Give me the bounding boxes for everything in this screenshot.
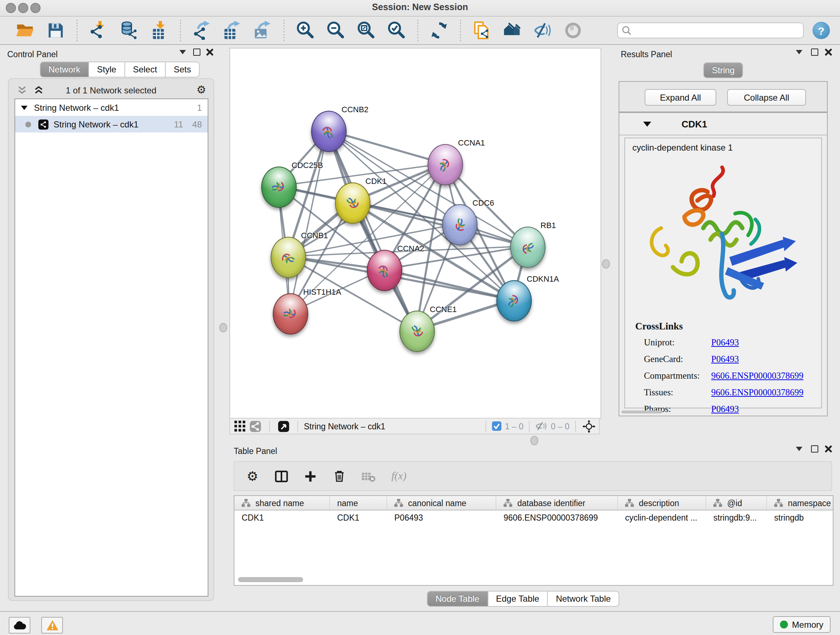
table-row[interactable]: CDK1CDK1P064939606.ENSP00000378699cyclin… xyxy=(234,510,833,525)
cloud-button[interactable] xyxy=(9,617,30,633)
birdseye-view-icon[interactable] xyxy=(277,418,290,434)
tab-string[interactable]: String xyxy=(703,62,744,78)
import-network-from-file-button[interactable] xyxy=(87,19,110,42)
crosslinks-heading: CrossLinks xyxy=(635,321,821,333)
save-session-button[interactable] xyxy=(44,19,67,42)
control-panel: Control Panel NetworkStyleSelectSets 1 o… xyxy=(4,46,214,611)
table-panel-float-icon[interactable] xyxy=(811,445,818,453)
open-session-button[interactable] xyxy=(14,19,37,42)
column-header-canonical-name[interactable]: canonical name xyxy=(387,496,496,510)
results-panel-menu-icon[interactable] xyxy=(796,49,802,54)
control-panel-close-icon[interactable] xyxy=(206,49,213,56)
tab-select[interactable]: Select xyxy=(125,62,166,78)
hidden-eye-slash-icon[interactable] xyxy=(536,421,547,431)
column-header-description[interactable]: description xyxy=(618,496,706,510)
crosslink-value-link[interactable]: 9606.ENSP00000378699 xyxy=(711,371,804,382)
results-panel-close-icon[interactable] xyxy=(825,49,832,56)
horizontal-splitter-handle[interactable] xyxy=(531,436,538,445)
crosslink-value-link[interactable]: P06493 xyxy=(711,354,739,365)
crosslink-value-link[interactable]: P06493 xyxy=(711,404,739,415)
tab-style[interactable]: Style xyxy=(89,62,125,78)
network-node-cdc25b[interactable] xyxy=(261,166,296,207)
zoom-fit-button[interactable] xyxy=(355,19,378,42)
select-columns-icon[interactable] xyxy=(273,468,289,484)
network-node-ccnb1[interactable] xyxy=(270,236,306,278)
control-panel-menu-icon[interactable] xyxy=(180,49,186,54)
zoom-selected-button[interactable] xyxy=(385,19,408,42)
collapse-card-triangle-icon[interactable] xyxy=(643,121,651,127)
network-node-hist1h1a[interactable] xyxy=(272,293,308,334)
refresh-icon xyxy=(430,21,448,40)
right-splitter-handle[interactable] xyxy=(602,259,610,269)
table-panel-menu-icon[interactable] xyxy=(796,446,802,451)
expand-all-button[interactable]: Expand All xyxy=(645,89,716,106)
memory-button[interactable]: Memory xyxy=(772,616,831,633)
show-hidden-button[interactable] xyxy=(561,19,584,42)
protein-card-header[interactable]: CDK1 xyxy=(619,113,827,135)
selected-checkbox-icon[interactable] xyxy=(492,421,501,431)
help-button[interactable]: ? xyxy=(813,22,830,39)
network-node-cdk1[interactable] xyxy=(335,182,370,223)
card-scrollbar[interactable] xyxy=(622,410,662,413)
tab-edge-table[interactable]: Edge Table xyxy=(488,591,548,607)
zoom-in-button[interactable] xyxy=(294,19,317,42)
column-header-name[interactable]: name xyxy=(330,496,387,510)
column-header-shared-name[interactable]: shared name xyxy=(234,496,330,510)
network-canvas[interactable]: CCNB2 CCNA1 CDC25B CDK1 CDC6 RB1 xyxy=(229,48,601,419)
network-node-ccnb2[interactable] xyxy=(311,111,346,152)
tab-network[interactable]: Network xyxy=(40,62,89,78)
network-node-cdc6[interactable] xyxy=(442,204,477,245)
network-node-ccna1[interactable] xyxy=(427,144,463,185)
crosslink-value-link[interactable]: P06493 xyxy=(711,337,739,348)
control-panel-float-icon[interactable] xyxy=(193,49,201,56)
table-panel-close-icon[interactable] xyxy=(825,445,832,453)
import-database-icon xyxy=(119,21,138,40)
network-node-ccna2[interactable] xyxy=(366,249,402,291)
clone-network-button[interactable] xyxy=(470,19,493,42)
fit-selected-crosshair-icon[interactable] xyxy=(582,418,596,434)
network-overview-button[interactable] xyxy=(501,19,524,42)
hide-selected-button[interactable] xyxy=(531,19,554,42)
export-network-button[interactable] xyxy=(190,19,213,42)
zoom-out-button[interactable] xyxy=(324,19,347,42)
crosslink-row: Uniprot:P06493 xyxy=(644,334,821,351)
protein-thumbnail-icon xyxy=(317,120,339,142)
network-node-ccne1[interactable] xyxy=(399,310,434,352)
tab-sets[interactable]: Sets xyxy=(166,62,200,78)
column-header-namespace[interactable]: namespace xyxy=(767,496,834,510)
network-options-gear-icon[interactable]: ⚙ xyxy=(196,83,206,96)
network-thumbnail-icon[interactable] xyxy=(249,418,262,434)
add-column-icon[interactable] xyxy=(302,468,318,484)
import-table-from-file-button[interactable] xyxy=(148,19,171,42)
search-field[interactable] xyxy=(632,25,799,35)
import-network-from-database-button[interactable] xyxy=(117,19,141,42)
protein-thumbnail-icon xyxy=(499,287,528,315)
left-splitter-handle[interactable] xyxy=(219,323,227,333)
column-header-database-identifier[interactable]: database identifier xyxy=(496,496,618,510)
search-input[interactable] xyxy=(617,22,804,38)
warnings-button[interactable] xyxy=(41,617,63,633)
results-panel-float-icon[interactable] xyxy=(811,49,818,56)
grid-view-icon[interactable] xyxy=(233,418,246,434)
table-gear-icon[interactable]: ⚙ xyxy=(245,468,261,484)
edge-count: 48 xyxy=(183,119,202,129)
node-label-cdc25b: CDC25B xyxy=(292,161,323,169)
export-table-button[interactable] xyxy=(221,19,244,42)
column-header--id[interactable]: @id xyxy=(706,496,767,510)
network-tree-root-row[interactable]: String Network – cdk1 1 xyxy=(15,99,208,116)
disclosure-triangle-icon[interactable] xyxy=(21,105,27,110)
crosslink-value-link[interactable]: 9606.ENSP00000378699 xyxy=(711,387,804,398)
export-image-button[interactable] xyxy=(251,19,274,42)
delete-table-icon xyxy=(360,468,376,484)
network-tree-item-row[interactable]: String Network – cdk1 11 48 xyxy=(15,116,208,133)
tab-network-table[interactable]: Network Table xyxy=(548,591,620,607)
table-horizontal-scrollbar[interactable] xyxy=(238,577,303,582)
warning-triangle-icon xyxy=(46,620,58,631)
network-node-rb1[interactable] xyxy=(510,226,545,268)
tab-node-table[interactable]: Node Table xyxy=(427,591,488,607)
refresh-view-button[interactable] xyxy=(428,19,451,42)
delete-column-trash-icon[interactable] xyxy=(332,468,347,484)
collapse-all-button[interactable]: Collapse All xyxy=(727,89,806,106)
node-label-ccna1: CCNA1 xyxy=(458,138,485,147)
network-node-cdkn1a[interactable] xyxy=(496,280,531,321)
